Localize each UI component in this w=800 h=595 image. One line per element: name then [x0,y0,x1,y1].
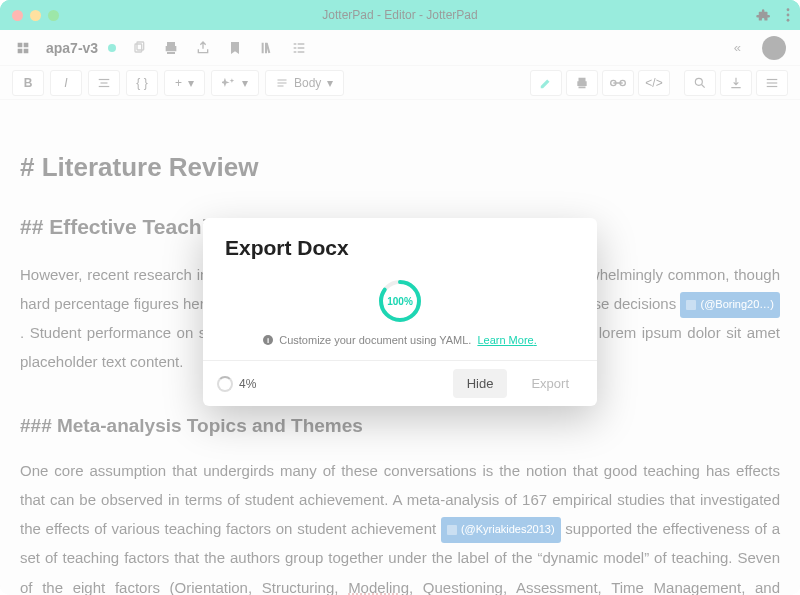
export-button[interactable]: Export [517,369,583,398]
hide-button[interactable]: Hide [453,369,508,398]
app-window: JotterPad - Editor - JotterPad apa7-v3 [0,0,800,595]
upload-percent: 4% [239,377,256,391]
dialog-info: i Customize your document using YAML. Le… [225,334,575,346]
progress-percent: 100% [377,278,423,324]
secondary-progress: 4% [217,376,256,392]
spinner-icon [217,376,233,392]
dialog-title: Export Docx [225,236,575,260]
modal-overlay: Export Docx 100% i Customize your docume… [0,0,800,595]
export-dialog: Export Docx 100% i Customize your docume… [203,218,597,406]
progress-ring: 100% [377,278,423,324]
info-icon: i [263,335,273,345]
learn-more-link[interactable]: Learn More. [477,334,536,346]
